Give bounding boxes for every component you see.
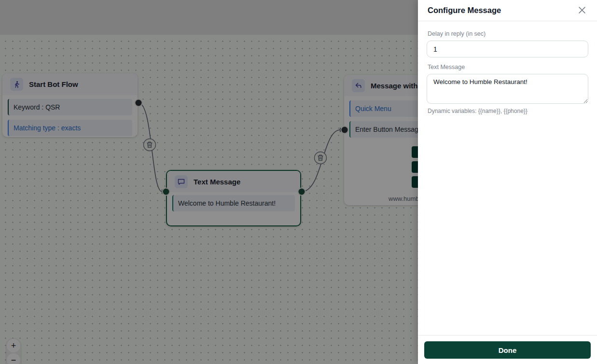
text-message-textarea[interactable]: Welcome to Humble Restaurant! [427, 74, 588, 104]
configure-message-panel: Configure Message Delay in reply (in sec… [418, 0, 597, 364]
panel-footer: Done [418, 335, 597, 364]
delay-input[interactable] [427, 41, 588, 57]
delay-field-label: Delay in reply (in sec) [428, 30, 587, 37]
message-field-label: Text Message [428, 64, 587, 70]
bot-flow-builder: Start Bot Flow Keyword : QSR Matching ty… [0, 0, 597, 364]
panel-body: Delay in reply (in sec) Text Message Wel… [418, 21, 597, 114]
close-button[interactable] [577, 5, 587, 15]
dynamic-variables-hint: Dynamic variables: {{name}}, {{phone}} [428, 108, 587, 114]
close-icon [578, 6, 586, 14]
done-button[interactable]: Done [424, 341, 591, 359]
panel-title: Configure Message [428, 6, 501, 15]
panel-header: Configure Message [418, 0, 597, 21]
